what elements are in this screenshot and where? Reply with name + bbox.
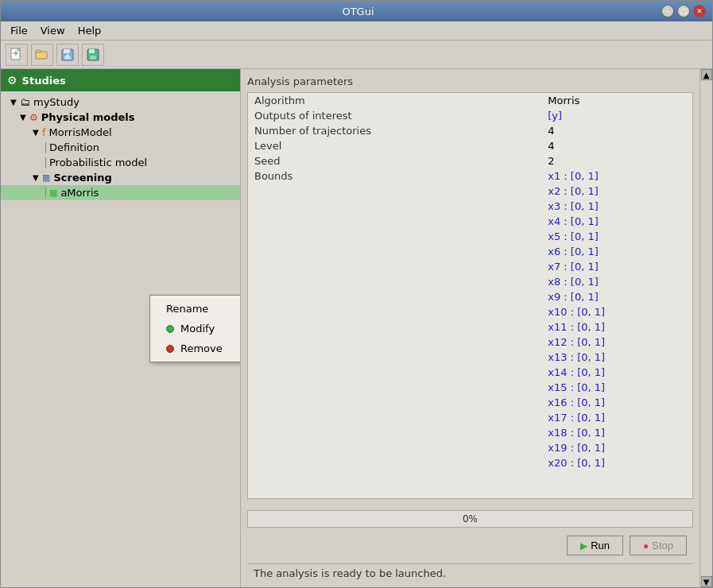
- sidebar-title: Studies: [22, 75, 66, 87]
- studies-icon: ⚙: [7, 74, 17, 87]
- tree-arrow-physical: ▼: [20, 113, 29, 122]
- tree-arrow-morris-model: ▼: [33, 128, 42, 137]
- window-title: OTGui: [55, 6, 661, 17]
- scrollbar[interactable]: ▲ ▼: [699, 69, 712, 587]
- save-as-button[interactable]: [56, 44, 79, 66]
- params-table-container[interactable]: AlgorithmMorrisOutputs of interest[y]Num…: [247, 92, 693, 499]
- stop-icon: ●: [643, 540, 649, 551]
- table-row: x14 : [0, 1]: [248, 365, 692, 380]
- amorris-icon: ▦: [49, 188, 57, 198]
- run-label: Run: [591, 540, 610, 551]
- progress-label: 0%: [463, 513, 478, 524]
- table-row: x19 : [0, 1]: [248, 440, 692, 455]
- sidebar-header: ⚙ Studies: [1, 69, 240, 91]
- amorris-label: aMorris: [60, 187, 99, 199]
- stop-button[interactable]: ● Stop: [630, 536, 687, 555]
- probabilistic-label: Probabilistic model: [49, 157, 147, 168]
- title-bar: OTGui – □ ✕: [1, 1, 712, 21]
- svg-rect-7: [64, 49, 70, 53]
- window-controls: – □ ✕: [661, 5, 706, 17]
- stop-label: Stop: [652, 540, 673, 551]
- save-button[interactable]: [82, 44, 104, 66]
- right-panel: Analysis parameters AlgorithmMorrisOutpu…: [241, 69, 699, 587]
- table-row: Number of trajectories4: [248, 123, 692, 138]
- physical-label: Physical models: [41, 111, 135, 123]
- tree-item-study[interactable]: ▼ 🗂 myStudy: [1, 95, 240, 110]
- scroll-down[interactable]: ▼: [701, 576, 712, 587]
- menu-bar: File View Help: [1, 21, 712, 41]
- run-icon: ▶: [580, 540, 587, 551]
- context-menu-remove[interactable]: Remove: [150, 338, 241, 358]
- table-row: x13 : [0, 1]: [248, 350, 692, 365]
- table-row: x8 : [0, 1]: [248, 274, 692, 289]
- table-row: x10 : [0, 1]: [248, 304, 692, 319]
- tree-item-definition[interactable]: Definition: [1, 140, 240, 155]
- new-button[interactable]: [6, 44, 28, 66]
- maximize-button[interactable]: □: [677, 5, 690, 17]
- tree: ▼ 🗂 myStudy ▼ ⚙ Physical models ▼ f Morr…: [1, 91, 240, 203]
- svg-rect-11: [89, 49, 95, 53]
- table-row: x7 : [0, 1]: [248, 259, 692, 274]
- modify-label: Modify: [180, 323, 215, 335]
- definition-label: Definition: [49, 141, 99, 153]
- table-row: x17 : [0, 1]: [248, 410, 692, 425]
- scroll-up[interactable]: ▲: [701, 69, 712, 80]
- table-row: x11 : [0, 1]: [248, 319, 692, 335]
- remove-label: Remove: [180, 342, 223, 354]
- main-content: ⚙ Studies ▼ 🗂 myStudy ▼ ⚙ Physical model…: [1, 69, 712, 587]
- table-row: Outputs of interest[y]: [248, 108, 692, 123]
- tree-arrow-screening: ▼: [33, 173, 42, 182]
- table-row: x12 : [0, 1]: [248, 335, 692, 350]
- screening-label: Screening: [53, 172, 111, 184]
- context-menu-rename[interactable]: Rename: [150, 299, 241, 319]
- table-row: x5 : [0, 1]: [248, 229, 692, 244]
- morris-model-icon: f: [42, 126, 46, 138]
- tree-item-probabilistic[interactable]: Probabilistic model: [1, 155, 240, 170]
- sidebar: ⚙ Studies ▼ 🗂 myStudy ▼ ⚙ Physical model…: [1, 69, 241, 587]
- progress-bar: 0%: [247, 510, 693, 528]
- table-row: x20 : [0, 1]: [248, 455, 692, 470]
- table-row: x2 : [0, 1]: [248, 184, 692, 199]
- table-row: x9 : [0, 1]: [248, 289, 692, 304]
- tree-item-amorris[interactable]: ▦ aMorris: [1, 185, 240, 200]
- table-row: x3 : [0, 1]: [248, 199, 692, 214]
- physical-icon: ⚙: [29, 112, 38, 123]
- context-menu: Rename Modify Remove: [149, 295, 241, 362]
- minimize-button[interactable]: –: [661, 5, 674, 17]
- analysis-params-section: Analysis parameters AlgorithmMorrisOutpu…: [241, 69, 699, 505]
- table-row: x4 : [0, 1]: [248, 214, 692, 229]
- run-button[interactable]: ▶ Run: [567, 536, 623, 555]
- table-row: x15 : [0, 1]: [248, 380, 692, 395]
- table-row: Level4: [248, 138, 692, 153]
- close-button[interactable]: ✕: [693, 5, 706, 17]
- tree-item-physical-models[interactable]: ▼ ⚙ Physical models: [1, 110, 240, 125]
- section-title: Analysis parameters: [247, 75, 693, 87]
- study-label: myStudy: [33, 96, 79, 108]
- screening-icon: ▦: [42, 172, 50, 183]
- tree-item-screening[interactable]: ▼ ▦ Screening: [1, 170, 240, 185]
- rename-label: Rename: [166, 303, 208, 315]
- tree-item-morris-model[interactable]: ▼ f MorrisModel: [1, 125, 240, 140]
- menu-help[interactable]: Help: [72, 23, 108, 38]
- toolbar: [1, 41, 712, 69]
- progress-area: 0% ▶ Run ● Stop The analysis is ready to…: [241, 505, 699, 587]
- table-row: x16 : [0, 1]: [248, 395, 692, 410]
- menu-file[interactable]: File: [4, 23, 34, 38]
- study-icon: 🗂: [20, 96, 30, 108]
- params-table: AlgorithmMorrisOutputs of interest[y]Num…: [248, 93, 692, 470]
- morris-model-label: MorrisModel: [49, 126, 112, 138]
- table-row: Boundsx1 : [0, 1]: [248, 168, 692, 184]
- table-row: x18 : [0, 1]: [248, 425, 692, 440]
- tree-arrow-study: ▼: [10, 98, 20, 106]
- svg-rect-5: [36, 50, 41, 52]
- menu-view[interactable]: View: [34, 23, 72, 38]
- open-button[interactable]: [31, 44, 53, 66]
- context-menu-modify[interactable]: Modify: [150, 319, 241, 338]
- table-row: AlgorithmMorris: [248, 93, 692, 108]
- remove-icon: [166, 345, 174, 353]
- table-row: Seed2: [248, 153, 692, 168]
- table-row: x6 : [0, 1]: [248, 244, 692, 259]
- action-bar: ▶ Run ● Stop: [247, 532, 693, 559]
- modify-icon: [166, 325, 174, 333]
- svg-rect-12: [90, 56, 96, 60]
